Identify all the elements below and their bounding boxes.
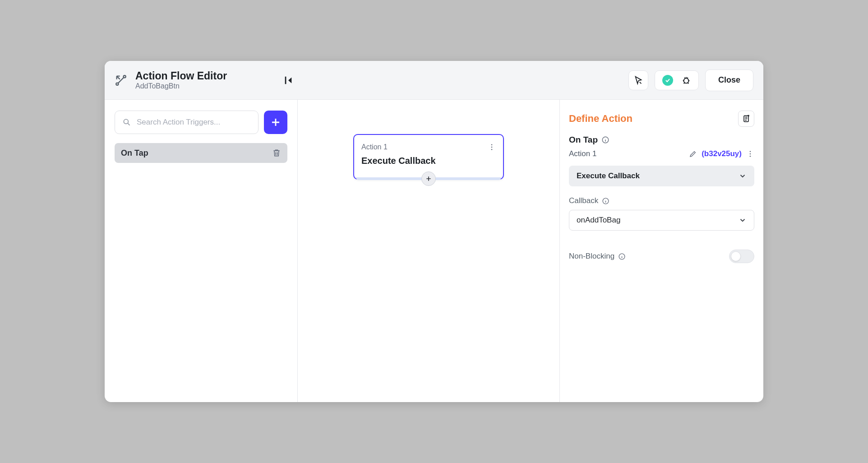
status-ok-icon: [662, 75, 673, 86]
action-card-subtitle: Action 1: [361, 143, 388, 151]
search-icon: [122, 118, 131, 127]
callback-field-label: Callback: [569, 196, 598, 205]
svg-point-11: [750, 153, 751, 155]
svg-point-4: [124, 119, 128, 124]
search-row: [115, 111, 287, 134]
close-button[interactable]: Close: [705, 69, 753, 91]
search-box[interactable]: [115, 111, 259, 134]
editor-title: Action Flow Editor: [135, 70, 227, 83]
toggle-knob: [731, 251, 741, 261]
info-icon[interactable]: [618, 253, 626, 260]
define-action-panel: Define Action On Tap Action 1 (b32v: [559, 100, 763, 402]
svg-point-10: [750, 151, 751, 152]
callback-select[interactable]: onAddToBag: [569, 210, 754, 231]
action-type-select[interactable]: Execute Callback: [569, 166, 754, 186]
status-debug-group: [655, 70, 699, 90]
panel-trigger-name: On Tap: [569, 135, 598, 145]
trigger-item-on-tap[interactable]: On Tap: [115, 143, 287, 163]
chevron-down-icon: [739, 172, 747, 180]
title-block: Action Flow Editor AddToBagBtn: [135, 70, 227, 91]
edit-action-icon[interactable]: [689, 150, 697, 158]
non-blocking-label: Non-Blocking: [569, 252, 614, 261]
svg-point-7: [491, 149, 493, 150]
svg-point-1: [124, 75, 126, 78]
svg-point-6: [491, 147, 493, 148]
copy-action-button[interactable]: [738, 111, 754, 127]
add-action-below-button[interactable]: [421, 171, 436, 186]
panel-action-label: Action 1: [569, 149, 684, 158]
header-right: Close: [628, 69, 753, 91]
add-trigger-button[interactable]: [264, 111, 287, 134]
action-card[interactable]: Action 1 Execute Callback: [353, 134, 504, 180]
svg-point-12: [750, 156, 751, 157]
action-card-menu-button[interactable]: [488, 143, 496, 151]
debug-icon[interactable]: [681, 75, 691, 85]
delete-trigger-button[interactable]: [272, 148, 281, 157]
action-flow-editor-modal: Action Flow Editor AddToBagBtn: [105, 61, 763, 402]
search-input[interactable]: [137, 118, 251, 127]
svg-point-0: [116, 83, 118, 85]
action-flow-icon: [115, 74, 127, 87]
triggers-sidebar: On Tap: [105, 100, 298, 402]
chevron-down-icon: [739, 216, 747, 224]
info-icon[interactable]: [602, 197, 609, 205]
modal-body: On Tap Action 1 Execute Callback: [105, 100, 763, 402]
header-left: Action Flow Editor AddToBagBtn: [115, 70, 295, 91]
svg-point-5: [491, 144, 493, 145]
panel-heading: Define Action: [569, 113, 633, 125]
svg-rect-2: [285, 76, 286, 84]
action-canvas[interactable]: Action 1 Execute Callback: [298, 100, 559, 402]
trigger-item-label: On Tap: [121, 148, 148, 158]
cursor-tool-button[interactable]: [628, 70, 648, 90]
action-card-title: Execute Callback: [361, 156, 496, 166]
editor-subtitle: AddToBagBtn: [135, 82, 227, 90]
non-blocking-toggle[interactable]: [729, 250, 754, 263]
info-icon[interactable]: [601, 136, 609, 144]
panel-action-menu-button[interactable]: [746, 150, 754, 158]
action-type-value: Execute Callback: [577, 171, 640, 181]
callback-value: onAddToBag: [577, 216, 620, 225]
modal-header: Action Flow Editor AddToBagBtn: [105, 61, 763, 100]
collapse-sidebar-button[interactable]: [282, 74, 295, 87]
action-hash[interactable]: (b32v25uy): [702, 149, 742, 158]
